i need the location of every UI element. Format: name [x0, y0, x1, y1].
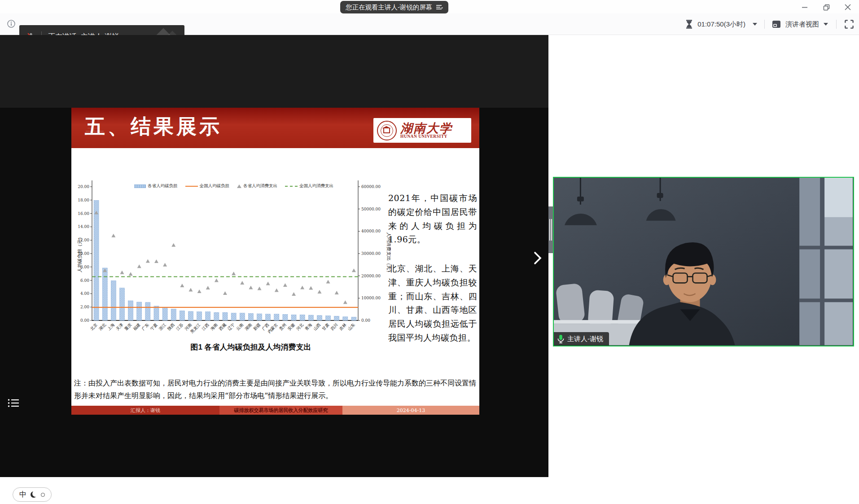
ime-language-label: 中 — [19, 490, 26, 500]
ime-punctuation-icon — [41, 493, 45, 497]
svg-text:2.00: 2.00 — [80, 305, 89, 309]
screen-share-area: 五、结果展示 五、结果展示 湖南大学 HUNAN UNIVERSITY 0.00… — [0, 35, 548, 477]
svg-text:50000.00: 50000.00 — [361, 207, 381, 211]
slide-note: 注：由投入产出表数据可知，居民对电力行业的消费主要是由间接产业关联导致，所以电力… — [74, 377, 477, 402]
legend-item: 全国人均碳负担 — [185, 183, 230, 189]
footer-paper-title: 碳排放权交易市场的居民收入分配效应研究 — [219, 406, 342, 415]
expand-panel-chevron-icon[interactable] — [533, 251, 543, 265]
menu-arrow-icon[interactable] — [436, 4, 443, 10]
svg-text:云南: 云南 — [235, 322, 244, 331]
view-mode-caret-icon[interactable] — [824, 23, 828, 26]
svg-text:内蒙古: 内蒙古 — [267, 322, 279, 334]
figure-caption: 图1 各省人均碳负担及人均消费支出 — [116, 342, 386, 352]
slide-footer-bar: 汇报人：谢锐 碳排放权交易市场的居民收入分配效应研究 2024-04-13 — [71, 406, 479, 415]
restore-button[interactable] — [820, 2, 833, 13]
legend-item: 各省人均碳负担 — [134, 183, 178, 189]
svg-text:广东: 广东 — [141, 322, 150, 331]
svg-text:4.00: 4.00 — [80, 291, 89, 296]
agenda-list-icon[interactable] — [7, 398, 21, 410]
svg-text:北京: 北京 — [89, 322, 98, 331]
view-layout-icon — [772, 20, 781, 28]
chair — [556, 283, 586, 324]
svg-text:重庆: 重庆 — [124, 322, 133, 331]
watching-screen-pill[interactable]: 您正在观看主讲人-谢锐的屏幕 — [340, 1, 448, 13]
minimize-button[interactable] — [798, 2, 811, 13]
svg-text:人均碳负担（元）: 人均碳负担（元） — [77, 235, 82, 272]
legend-item: 各省人均消费支出 — [237, 183, 277, 189]
speaker-video-tile[interactable]: 主讲人-谢锐 — [553, 177, 854, 346]
watching-screen-label: 您正在观看主讲人-谢锐的屏幕 — [346, 3, 432, 12]
insight-paragraph-1: 2021年，中国碳市场的碳定价给中国居民带来的人均碳负担为1.96元。 — [388, 191, 477, 246]
svg-text:陕西: 陕西 — [167, 322, 175, 331]
svg-text:20000.00: 20000.00 — [361, 274, 381, 278]
svg-text:吉林: 吉林 — [338, 322, 347, 331]
svg-text:山东: 山东 — [347, 322, 356, 331]
svg-text:0.00: 0.00 — [361, 318, 370, 323]
svg-text:黑龙江: 黑龙江 — [189, 322, 201, 334]
university-seal-icon — [377, 121, 397, 140]
legend-swatch-line-icon — [185, 186, 198, 187]
legend-swatch-dashed-line-icon — [285, 186, 298, 187]
window-titlebar: 您正在观看主讲人-谢锐的屏幕 — [0, 0, 859, 13]
svg-text:30000.00: 30000.00 — [361, 251, 381, 256]
footer-presenter: 汇报人：谢锐 — [71, 406, 219, 415]
meeting-info-icon[interactable] — [7, 20, 15, 28]
mic-active-icon — [557, 334, 565, 344]
svg-text:西藏: 西藏 — [218, 322, 227, 331]
legend-item: 全国人均消费支出 — [285, 183, 333, 189]
meeting-timer: 01:07:50(3小时) — [697, 20, 745, 29]
svg-text:上海: 上海 — [106, 322, 115, 331]
svg-text:河北: 河北 — [295, 322, 304, 331]
legend-label: 各省人均碳负担 — [148, 183, 178, 189]
view-mode-label[interactable]: 演讲者视图 — [785, 20, 819, 29]
divider — [836, 20, 837, 29]
footer-date: 2024-04-13 — [342, 406, 479, 415]
hourglass-icon — [685, 20, 693, 29]
svg-text:江苏: 江苏 — [175, 322, 184, 331]
svg-text:福建: 福建 — [132, 322, 141, 331]
fullscreen-icon[interactable] — [845, 20, 854, 29]
svg-text:湖北: 湖北 — [98, 322, 107, 331]
svg-text:14.00: 14.00 — [78, 224, 89, 229]
timer-caret-icon[interactable] — [753, 23, 757, 26]
insight-paragraph-2: 北京、湖北、上海、天津、重庆人均碳负担较重；而山东、吉林、四川、甘肃、山西等地区… — [388, 262, 477, 345]
panel-resize-grip[interactable] — [548, 206, 553, 253]
legend-label: 全国人均碳负担 — [200, 183, 230, 189]
svg-text:40000.00: 40000.00 — [361, 229, 381, 233]
divider — [764, 20, 765, 29]
svg-text:贵州: 贵州 — [278, 322, 287, 331]
carbon-burden-chart: 0.002.004.006.008.0010.0012.0014.0016.00… — [77, 149, 391, 339]
svg-text:10000.00: 10000.00 — [361, 296, 381, 300]
meeting-toolbar: 开启视频 共享屏幕安全邀请管理成员(30)聊天结束录制回应AI小助手分组讨论应用… — [0, 477, 859, 504]
svg-text:甘肃: 甘肃 — [321, 322, 330, 331]
legend-label: 各省人均消费支出 — [243, 183, 277, 189]
university-logo: 湖南大学 HUNAN UNIVERSITY — [373, 118, 471, 143]
ime-halfwidth-icon — [31, 491, 37, 498]
svg-text:0.00: 0.00 — [80, 318, 89, 323]
chart-legend: 各省人均碳负担全国人均碳负担各省人均消费支出全国人均消费支出 — [77, 183, 391, 189]
video-name-pill: 主讲人-谢锐 — [554, 332, 609, 346]
svg-text:江西: 江西 — [201, 322, 210, 331]
svg-text:新疆: 新疆 — [253, 322, 262, 331]
presentation-slide: 五、结果展示 五、结果展示 湖南大学 HUNAN UNIVERSITY 0.00… — [71, 108, 479, 415]
svg-text:四川: 四川 — [330, 322, 339, 331]
svg-text:海南: 海南 — [210, 322, 219, 331]
svg-text:青海: 青海 — [304, 322, 313, 331]
university-name-en: HUNAN UNIVERSITY — [400, 134, 452, 139]
svg-text:天津: 天津 — [115, 322, 124, 331]
svg-text:辽宁: 辽宁 — [227, 322, 236, 331]
speaker-name-label: 主讲人-谢锐 — [567, 335, 603, 343]
svg-text:18.00: 18.00 — [78, 198, 89, 202]
svg-text:湖南: 湖南 — [244, 322, 253, 331]
shared-screen-background — [0, 35, 548, 108]
slide-title-reflection: 五、结果展示 — [85, 120, 222, 134]
close-button[interactable] — [841, 2, 855, 13]
legend-swatch-scatter-icon — [237, 184, 241, 188]
svg-text:浙江: 浙江 — [158, 322, 167, 332]
university-name-cn: 湖南大学 — [400, 122, 452, 134]
svg-text:山西: 山西 — [313, 322, 322, 331]
svg-text:安徽: 安徽 — [287, 322, 296, 331]
ime-indicator[interactable]: 中 — [13, 487, 52, 502]
legend-label: 全国人均消费支出 — [299, 183, 333, 189]
video-feed — [554, 178, 853, 345]
